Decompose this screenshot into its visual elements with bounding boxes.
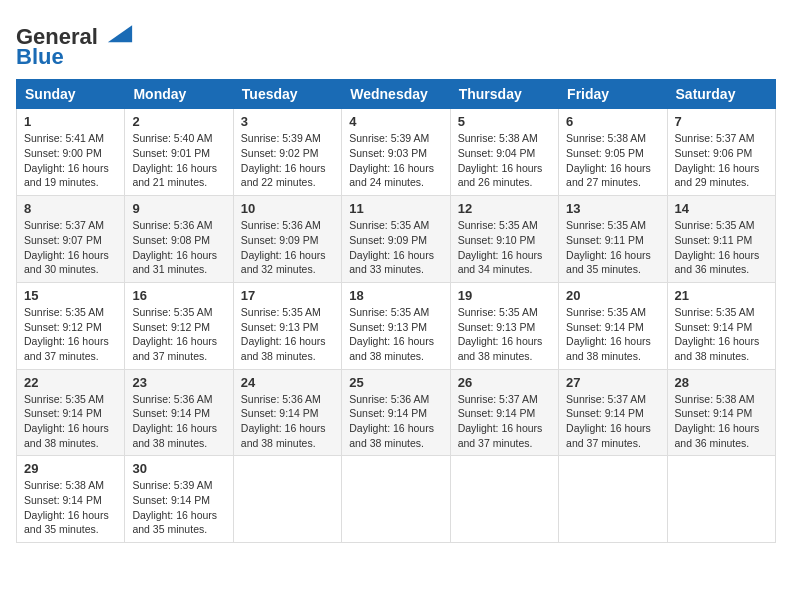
calendar-cell: 4 Sunrise: 5:39 AMSunset: 9:03 PMDayligh… — [342, 109, 450, 196]
cell-text: Sunrise: 5:35 AMSunset: 9:13 PMDaylight:… — [349, 306, 434, 362]
day-number: 3 — [241, 114, 334, 129]
cell-text: Sunrise: 5:37 AMSunset: 9:14 PMDaylight:… — [458, 393, 543, 449]
calendar-week-4: 22 Sunrise: 5:35 AMSunset: 9:14 PMDaylig… — [17, 369, 776, 456]
calendar-cell: 17 Sunrise: 5:35 AMSunset: 9:13 PMDaylig… — [233, 282, 341, 369]
calendar-cell: 5 Sunrise: 5:38 AMSunset: 9:04 PMDayligh… — [450, 109, 558, 196]
day-number: 5 — [458, 114, 551, 129]
cell-text: Sunrise: 5:35 AMSunset: 9:12 PMDaylight:… — [132, 306, 217, 362]
cell-text: Sunrise: 5:36 AMSunset: 9:14 PMDaylight:… — [349, 393, 434, 449]
day-number: 15 — [24, 288, 117, 303]
cell-text: Sunrise: 5:37 AMSunset: 9:06 PMDaylight:… — [675, 132, 760, 188]
weekday-header-saturday: Saturday — [667, 80, 775, 109]
calendar-cell: 18 Sunrise: 5:35 AMSunset: 9:13 PMDaylig… — [342, 282, 450, 369]
weekday-header-sunday: Sunday — [17, 80, 125, 109]
cell-text: Sunrise: 5:35 AMSunset: 9:11 PMDaylight:… — [566, 219, 651, 275]
cell-text: Sunrise: 5:35 AMSunset: 9:11 PMDaylight:… — [675, 219, 760, 275]
day-number: 17 — [241, 288, 334, 303]
calendar-cell: 8 Sunrise: 5:37 AMSunset: 9:07 PMDayligh… — [17, 196, 125, 283]
day-number: 30 — [132, 461, 225, 476]
day-number: 6 — [566, 114, 659, 129]
cell-text: Sunrise: 5:38 AMSunset: 9:05 PMDaylight:… — [566, 132, 651, 188]
calendar-cell: 20 Sunrise: 5:35 AMSunset: 9:14 PMDaylig… — [559, 282, 667, 369]
cell-text: Sunrise: 5:35 AMSunset: 9:10 PMDaylight:… — [458, 219, 543, 275]
cell-text: Sunrise: 5:37 AMSunset: 9:14 PMDaylight:… — [566, 393, 651, 449]
cell-text: Sunrise: 5:35 AMSunset: 9:14 PMDaylight:… — [24, 393, 109, 449]
cell-text: Sunrise: 5:35 AMSunset: 9:14 PMDaylight:… — [675, 306, 760, 362]
cell-text: Sunrise: 5:36 AMSunset: 9:08 PMDaylight:… — [132, 219, 217, 275]
day-number: 7 — [675, 114, 768, 129]
calendar-cell — [342, 456, 450, 543]
logo-blue-text: Blue — [16, 45, 64, 69]
calendar-cell: 14 Sunrise: 5:35 AMSunset: 9:11 PMDaylig… — [667, 196, 775, 283]
calendar-cell: 13 Sunrise: 5:35 AMSunset: 9:11 PMDaylig… — [559, 196, 667, 283]
calendar-cell: 26 Sunrise: 5:37 AMSunset: 9:14 PMDaylig… — [450, 369, 558, 456]
cell-text: Sunrise: 5:38 AMSunset: 9:14 PMDaylight:… — [675, 393, 760, 449]
day-number: 19 — [458, 288, 551, 303]
day-number: 28 — [675, 375, 768, 390]
logo-triangle-icon — [106, 16, 134, 44]
calendar-cell: 23 Sunrise: 5:36 AMSunset: 9:14 PMDaylig… — [125, 369, 233, 456]
cell-text: Sunrise: 5:35 AMSunset: 9:14 PMDaylight:… — [566, 306, 651, 362]
cell-text: Sunrise: 5:36 AMSunset: 9:09 PMDaylight:… — [241, 219, 326, 275]
day-number: 10 — [241, 201, 334, 216]
calendar-header: SundayMondayTuesdayWednesdayThursdayFrid… — [17, 80, 776, 109]
day-number: 9 — [132, 201, 225, 216]
weekday-header-thursday: Thursday — [450, 80, 558, 109]
calendar-cell: 3 Sunrise: 5:39 AMSunset: 9:02 PMDayligh… — [233, 109, 341, 196]
calendar-cell: 22 Sunrise: 5:35 AMSunset: 9:14 PMDaylig… — [17, 369, 125, 456]
calendar-cell: 21 Sunrise: 5:35 AMSunset: 9:14 PMDaylig… — [667, 282, 775, 369]
calendar-body: 1 Sunrise: 5:41 AMSunset: 9:00 PMDayligh… — [17, 109, 776, 543]
page-header: General Blue — [16, 16, 776, 69]
cell-text: Sunrise: 5:36 AMSunset: 9:14 PMDaylight:… — [241, 393, 326, 449]
calendar-week-3: 15 Sunrise: 5:35 AMSunset: 9:12 PMDaylig… — [17, 282, 776, 369]
calendar-cell: 15 Sunrise: 5:35 AMSunset: 9:12 PMDaylig… — [17, 282, 125, 369]
day-number: 4 — [349, 114, 442, 129]
calendar-cell: 16 Sunrise: 5:35 AMSunset: 9:12 PMDaylig… — [125, 282, 233, 369]
day-number: 25 — [349, 375, 442, 390]
day-number: 27 — [566, 375, 659, 390]
day-number: 26 — [458, 375, 551, 390]
cell-text: Sunrise: 5:39 AMSunset: 9:14 PMDaylight:… — [132, 479, 217, 535]
cell-text: Sunrise: 5:36 AMSunset: 9:14 PMDaylight:… — [132, 393, 217, 449]
calendar-cell: 28 Sunrise: 5:38 AMSunset: 9:14 PMDaylig… — [667, 369, 775, 456]
cell-text: Sunrise: 5:35 AMSunset: 9:13 PMDaylight:… — [458, 306, 543, 362]
calendar-week-5: 29 Sunrise: 5:38 AMSunset: 9:14 PMDaylig… — [17, 456, 776, 543]
calendar-cell: 10 Sunrise: 5:36 AMSunset: 9:09 PMDaylig… — [233, 196, 341, 283]
logo: General Blue — [16, 16, 134, 69]
calendar-cell — [450, 456, 558, 543]
calendar-cell: 6 Sunrise: 5:38 AMSunset: 9:05 PMDayligh… — [559, 109, 667, 196]
day-number: 18 — [349, 288, 442, 303]
weekday-header-friday: Friday — [559, 80, 667, 109]
calendar-cell — [667, 456, 775, 543]
calendar-cell — [559, 456, 667, 543]
day-number: 13 — [566, 201, 659, 216]
calendar-week-1: 1 Sunrise: 5:41 AMSunset: 9:00 PMDayligh… — [17, 109, 776, 196]
calendar-cell: 29 Sunrise: 5:38 AMSunset: 9:14 PMDaylig… — [17, 456, 125, 543]
svg-marker-0 — [108, 25, 132, 42]
day-number: 16 — [132, 288, 225, 303]
calendar-cell: 1 Sunrise: 5:41 AMSunset: 9:00 PMDayligh… — [17, 109, 125, 196]
cell-text: Sunrise: 5:38 AMSunset: 9:04 PMDaylight:… — [458, 132, 543, 188]
calendar-cell — [233, 456, 341, 543]
day-number: 1 — [24, 114, 117, 129]
calendar-cell: 27 Sunrise: 5:37 AMSunset: 9:14 PMDaylig… — [559, 369, 667, 456]
calendar-table: SundayMondayTuesdayWednesdayThursdayFrid… — [16, 79, 776, 543]
cell-text: Sunrise: 5:38 AMSunset: 9:14 PMDaylight:… — [24, 479, 109, 535]
day-number: 12 — [458, 201, 551, 216]
day-number: 29 — [24, 461, 117, 476]
day-number: 11 — [349, 201, 442, 216]
cell-text: Sunrise: 5:41 AMSunset: 9:00 PMDaylight:… — [24, 132, 109, 188]
calendar-cell: 12 Sunrise: 5:35 AMSunset: 9:10 PMDaylig… — [450, 196, 558, 283]
calendar-cell: 24 Sunrise: 5:36 AMSunset: 9:14 PMDaylig… — [233, 369, 341, 456]
weekday-header-wednesday: Wednesday — [342, 80, 450, 109]
day-number: 21 — [675, 288, 768, 303]
day-number: 24 — [241, 375, 334, 390]
cell-text: Sunrise: 5:35 AMSunset: 9:12 PMDaylight:… — [24, 306, 109, 362]
calendar-week-2: 8 Sunrise: 5:37 AMSunset: 9:07 PMDayligh… — [17, 196, 776, 283]
calendar-cell: 2 Sunrise: 5:40 AMSunset: 9:01 PMDayligh… — [125, 109, 233, 196]
weekday-header-row: SundayMondayTuesdayWednesdayThursdayFrid… — [17, 80, 776, 109]
cell-text: Sunrise: 5:39 AMSunset: 9:02 PMDaylight:… — [241, 132, 326, 188]
cell-text: Sunrise: 5:35 AMSunset: 9:09 PMDaylight:… — [349, 219, 434, 275]
cell-text: Sunrise: 5:37 AMSunset: 9:07 PMDaylight:… — [24, 219, 109, 275]
calendar-cell: 30 Sunrise: 5:39 AMSunset: 9:14 PMDaylig… — [125, 456, 233, 543]
